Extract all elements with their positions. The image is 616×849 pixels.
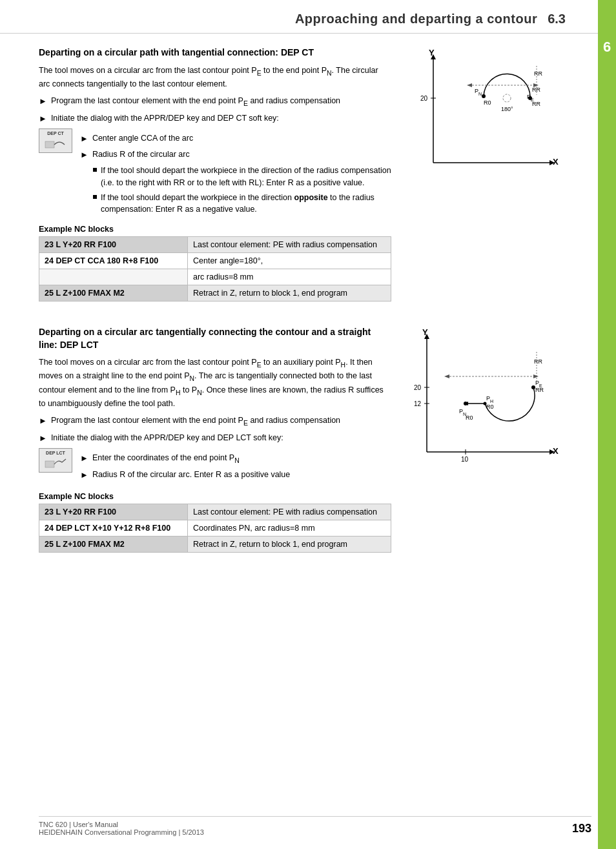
section2-icon-block: DEP LCT ► Enter the coordinates of the e… <box>39 448 391 486</box>
section2-body: The tool moves on a circular arc from th… <box>39 356 391 409</box>
nc-code: 23 L Y+20 RR F100 <box>39 237 188 253</box>
table-row: 23 L Y+20 RR F100 Last contour element: … <box>39 237 391 253</box>
x10-label: 10 <box>461 456 469 463</box>
section2-icon-subbullets: ► Enter the coordinates of the end point… <box>80 448 391 486</box>
ph-label: PH <box>486 395 493 404</box>
side-tab: 6 <box>598 0 616 849</box>
arrow-icon3: ► <box>80 132 88 145</box>
nc-desc: Center angle=180°, <box>188 253 391 269</box>
section1-bullets: ► Program the last contour element with … <box>39 95 391 125</box>
section2-nc-table: 23 L Y+20 RR F100 Last contour element: … <box>39 504 391 553</box>
nc-code: 24 DEP LCT X+10 Y+12 R+8 F100 <box>39 520 188 536</box>
rr-arrow2 <box>467 83 472 87</box>
center-circle <box>503 94 511 102</box>
table-row: 24 DEP CT CCA 180 R+8 F100 Center angle=… <box>39 253 391 269</box>
rr-label2: RR <box>532 101 540 107</box>
rr-top: RR <box>534 70 542 77</box>
table-row: 25 L Z+100 FMAX M2 Retract in Z, return … <box>39 536 391 552</box>
page-section: 6.3 <box>548 12 566 26</box>
section1-nc-heading: Example NC blocks <box>39 225 391 234</box>
footer-line1: TNC 620 | User's Manual <box>39 821 204 828</box>
page-footer: TNC 620 | User's Manual HEIDENHAIN Conve… <box>39 816 591 836</box>
rr-arr3 <box>533 374 539 378</box>
arrow-icon8: ► <box>80 469 88 482</box>
section2-bullets: ► Program the last contour element with … <box>39 414 391 444</box>
arrow-icon2: ► <box>39 112 47 125</box>
arrow-icon6: ► <box>39 432 47 445</box>
table-row: 23 L Y+20 RR F100 Last contour element: … <box>39 504 391 520</box>
nc-desc: Retract in Z, return to block 1, end pro… <box>188 285 391 302</box>
pn-label: PN <box>475 88 482 96</box>
page-header: Approaching and departing a contour 6.3 <box>0 0 598 34</box>
y20-label: 20 <box>420 95 428 102</box>
arrow-icon1: ► <box>39 95 47 108</box>
r0-label: R0 <box>484 99 491 106</box>
section2-title: Departing on a circular arc tangentially… <box>39 326 391 351</box>
footer-line2: HEIDENHAIN Conversational Programming | … <box>39 828 204 836</box>
nc-code <box>39 269 188 285</box>
section1-icon-block: DEP CT ► Center angle CCA of the arc ► <box>39 128 391 218</box>
nc-desc: arc radius=8 mm <box>188 269 391 285</box>
section1-icon-subbullets: ► Center angle CCA of the arc ► Radius R… <box>80 128 391 218</box>
x-axis-label: X <box>553 157 559 167</box>
section1-body: The tool moves on a circular arc from th… <box>39 65 391 90</box>
arrow-icon7: ► <box>80 452 88 465</box>
rr-label3: RR <box>535 387 544 393</box>
section1-title: Departing on a circular path with tangen… <box>39 46 391 59</box>
section1-sub-sub-bullets: If the tool should depart the workpiece … <box>93 165 391 216</box>
y-axis-label2: Y <box>422 327 428 337</box>
section2-bullet2: ► Initiate the dialog with the APPR/DEP … <box>39 432 391 445</box>
nc-code: 25 L Z+100 FMAX M2 <box>39 536 188 552</box>
rr-arr4 <box>444 374 449 378</box>
y20-label2: 20 <box>414 384 422 391</box>
section1-text: Departing on a circular path with tangen… <box>39 46 391 314</box>
table-row: 25 L Z+100 FMAX M2 Retract in Z, return … <box>39 285 391 302</box>
section2-diagram: X Y 20 12 10 PE RR PN R0 PH <box>404 326 566 566</box>
arrow-icon4: ► <box>80 148 88 161</box>
section1-nc-table: 23 L Y+20 RR F100 Last contour element: … <box>39 236 391 302</box>
page-title: Approaching and departing a contour <box>295 12 537 26</box>
section2-text: Departing on a circular arc tangentially… <box>39 326 391 566</box>
square-icon2 <box>93 195 97 199</box>
section1-bullet2: ► Initiate the dialog with the APPR/DEP … <box>39 112 391 125</box>
section2: Departing on a circular arc tangentially… <box>39 326 566 566</box>
nc-code: 25 L Z+100 FMAX M2 <box>39 285 188 302</box>
nc-desc: Retract in Z, return to block 1, end pro… <box>188 536 391 552</box>
nc-desc: Coordinates PN, arc radius=8 mm <box>188 520 391 536</box>
table-row: arc radius=8 mm <box>39 269 391 285</box>
section1: Departing on a circular path with tangen… <box>39 46 566 314</box>
dep-lct-icon: DEP LCT <box>39 448 72 473</box>
rr-top2: RR <box>534 358 542 365</box>
table-row: 24 DEP LCT X+10 Y+12 R+8 F100 Coordinate… <box>39 520 391 536</box>
r0-label2: R0 <box>466 414 473 421</box>
main-content: Departing on a circular path with tangen… <box>0 34 598 590</box>
square-icon1 <box>93 168 97 172</box>
nc-desc: Last contour element: PE with radius com… <box>188 237 391 253</box>
section1-svg: X Y 20 RR RR PE PN R0 <box>404 46 566 176</box>
section1-bullet1: ► Program the last contour element with … <box>39 95 391 108</box>
svg-rect-4 <box>45 461 54 467</box>
section2-nc-heading: Example NC blocks <box>39 492 391 501</box>
footer-left: TNC 620 | User's Manual HEIDENHAIN Conve… <box>39 821 204 836</box>
footer-page-number: 193 <box>572 822 591 835</box>
dep-lct-diagram-icon <box>44 456 67 470</box>
section2-svg: X Y 20 12 10 PE RR PN R0 PH <box>404 326 566 468</box>
dep-ct-icon: DEP CT <box>39 128 72 153</box>
svg-rect-0 <box>45 141 54 148</box>
x-axis-label2: X <box>553 446 559 456</box>
angle-label: 180° <box>501 106 513 112</box>
y-axis-label: Y <box>429 48 435 57</box>
tab-number: 6 <box>603 39 611 56</box>
nc-code: 23 L Y+20 RR F100 <box>39 504 188 520</box>
arrow-icon5: ► <box>39 414 47 427</box>
section2-bullet1: ► Program the last contour element with … <box>39 414 391 428</box>
section1-diagram: X Y 20 RR RR PE PN R0 <box>404 46 566 314</box>
dep-ct-diagram-icon <box>44 136 67 150</box>
y12-label: 12 <box>414 400 422 407</box>
nc-code: 24 DEP CT CCA 180 R+8 F100 <box>39 253 188 269</box>
nc-desc: Last contour element: PE with radius com… <box>188 504 391 520</box>
